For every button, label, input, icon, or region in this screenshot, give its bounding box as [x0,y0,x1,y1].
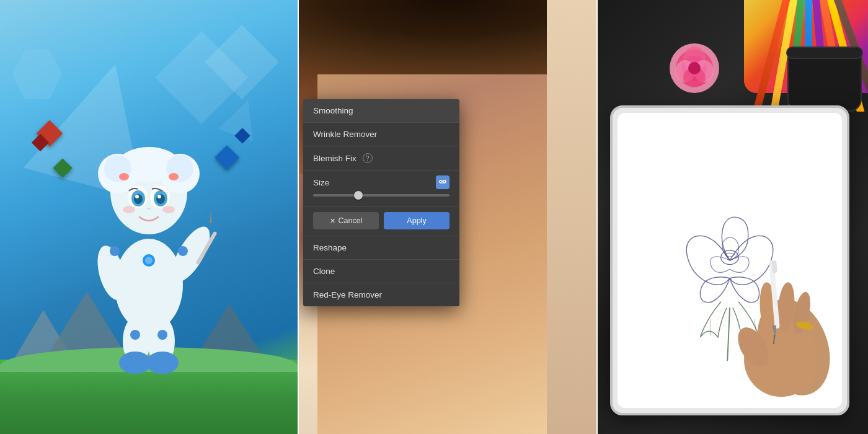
buttons-row: Cancel Apply [303,207,459,236]
svg-line-53 [774,335,774,344]
menu-item-blemish-fix[interactable]: Blemish Fix ? [303,146,459,170]
svg-point-17 [119,173,129,180]
wrinkle-remover-label: Wrinkle Remover [313,130,377,139]
right-panel [598,0,868,434]
svg-point-31 [110,246,120,256]
center-panel: Smoothing Wrinkle Remover Blemish Fix ? … [299,0,596,434]
reshape-label: Reshape [313,243,347,252]
svg-point-26 [157,195,161,198]
svg-point-18 [169,173,179,180]
apply-button[interactable]: Apply [384,212,450,229]
pencils-area [713,0,868,112]
svg-point-4 [146,352,179,374]
svg-point-30 [145,257,153,264]
svg-point-25 [135,195,139,198]
size-label: Size [313,178,329,187]
pink-rose [663,37,725,99]
size-slider-thumb[interactable] [354,191,363,200]
left-panel [0,0,298,434]
svg-point-6 [157,330,167,340]
svg-point-28 [162,206,175,213]
size-section: Size [303,170,459,207]
menu-item-wrinkle-remover[interactable]: Wrinkle Remover [303,123,459,146]
svg-marker-10 [210,211,212,223]
blemish-fix-label: Blemish Fix [313,154,356,163]
menu-item-smoothing[interactable]: Smoothing [303,99,459,123]
dropdown-menu: Smoothing Wrinkle Remover Blemish Fix ? … [303,99,459,306]
menu-item-reshape[interactable]: Reshape [303,236,459,260]
menu-item-red-eye-remover[interactable]: Red-Eye Remover [303,283,459,306]
cancel-button[interactable]: Cancel [313,212,379,229]
clone-label: Clone [313,267,335,276]
svg-point-5 [130,330,140,340]
hand-with-pencil [713,223,849,409]
svg-point-41 [688,62,701,74]
svg-point-27 [123,206,135,213]
menu-item-clone[interactable]: Clone [303,260,459,283]
size-slider-track[interactable] [313,194,450,197]
character-svg [50,25,248,384]
svg-point-32 [178,246,188,256]
blemish-fix-help-icon[interactable]: ? [363,153,373,163]
link-icon[interactable] [436,175,450,189]
smoothing-label: Smoothing [313,106,353,115]
bg-wall [547,0,596,434]
red-eye-remover-label: Red-Eye Remover [313,290,382,299]
